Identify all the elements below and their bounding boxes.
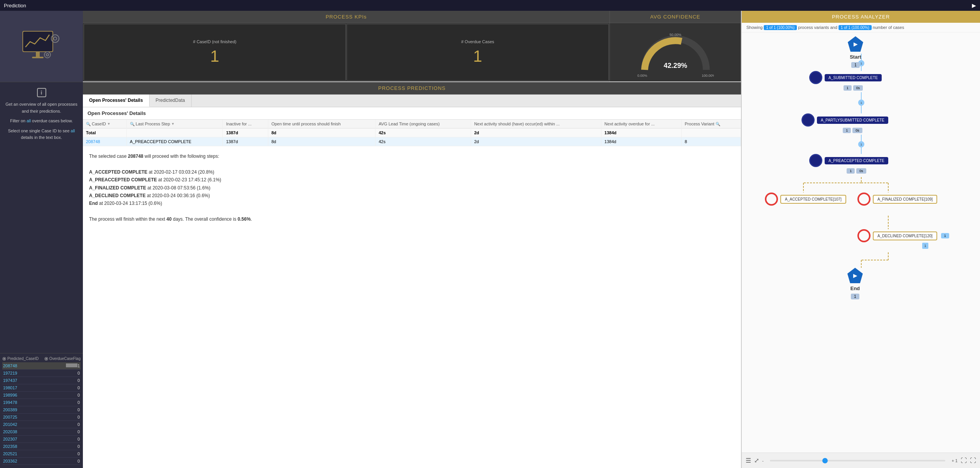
table-container[interactable]: 🔍 CaseID ▼ 🔍 Last Process Step bbox=[83, 120, 741, 146]
tab-predicted-data[interactable]: PredictedData bbox=[150, 95, 192, 107]
flag-value: 0 bbox=[57, 371, 80, 375]
svg-point-6 bbox=[44, 52, 51, 58]
sidebar-row[interactable]: 202038 0 bbox=[2, 428, 81, 436]
zoom-max-label: + 1 bbox=[951, 458, 958, 463]
preaccepted-count: 1 bbox=[847, 168, 855, 174]
case-id-label: 201042 bbox=[3, 422, 57, 427]
sidebar-row[interactable]: 197219 0 bbox=[2, 370, 81, 377]
th-caseid[interactable]: 🔍 CaseID ▼ bbox=[83, 120, 126, 128]
search-icon-variant[interactable]: 🔍 bbox=[716, 122, 720, 126]
sidebar-row[interactable]: 202307 0 bbox=[2, 436, 81, 443]
sidebar-row[interactable]: 200725 0 bbox=[2, 414, 81, 421]
search-icon-caseid[interactable]: 🔍 bbox=[86, 122, 91, 126]
table-row[interactable]: 208748 A_PREACCEPTED COMPLETE 1387d 8d 4… bbox=[83, 137, 741, 146]
preaccepted-box: A_PREACCEPTED COMPLETE bbox=[825, 157, 888, 164]
th-next-activity: Next activity should (have) occur(ed) wi… bbox=[471, 120, 601, 128]
kpi-card-1: # CaseID (not finished) 1 bbox=[84, 24, 346, 81]
case-id-label: 198996 bbox=[3, 393, 57, 397]
flag-value: 0 bbox=[57, 429, 80, 434]
start-pentagon: ▶ bbox=[848, 36, 863, 52]
flag-value: 0 bbox=[57, 451, 80, 456]
sidebar-logo bbox=[0, 11, 83, 82]
case-id-label: 208748 bbox=[3, 363, 57, 368]
svg-text:50.00%: 50.00% bbox=[669, 33, 681, 37]
th-last-step[interactable]: 🔍 Last Process Step ▼ bbox=[126, 120, 223, 128]
process-analyzer: PROCESS ANALYZER Showing 1 of 1 (100.00%… bbox=[741, 11, 980, 468]
end-label: End bbox=[850, 286, 860, 291]
kpi-label-2: # Overdue Cases bbox=[458, 39, 497, 44]
th-avg-lead: AVG Lead Time (ongoing cases) bbox=[375, 120, 471, 128]
svg-rect-3 bbox=[32, 57, 44, 58]
flag-value: 0 bbox=[57, 415, 80, 419]
flag-value: 0 bbox=[57, 378, 80, 383]
sort-icon-caseid[interactable]: ▼ bbox=[107, 122, 111, 126]
row-opentime: 8d bbox=[268, 137, 375, 146]
search-icon-step[interactable]: 🔍 bbox=[130, 122, 135, 126]
total-nextoverdue: 1384d bbox=[601, 128, 681, 137]
subtitle-end: number of cases bbox=[873, 25, 904, 30]
case-id-label: 203362 bbox=[3, 459, 57, 463]
row-avglead: 42s bbox=[375, 137, 471, 146]
info-icon-container: i bbox=[4, 88, 79, 97]
submitted-count: 1 bbox=[844, 85, 852, 91]
collapse-icon[interactable]: ▶ bbox=[972, 2, 976, 8]
case-id-label: 200725 bbox=[3, 415, 57, 419]
svg-text:1: 1 bbox=[860, 101, 862, 105]
subtitle-mid: process variants and bbox=[798, 25, 837, 30]
sidebar-row[interactable]: 197437 0 bbox=[2, 377, 81, 384]
sidebar-row[interactable]: 198017 0 bbox=[2, 384, 81, 392]
arrows-icon[interactable]: ⤢ bbox=[754, 457, 759, 464]
svg-rect-34 bbox=[922, 243, 928, 249]
confidence-gauge: 42.29% 0.00% 100.00% 50.00% bbox=[610, 23, 741, 81]
list-icon[interactable]: ☰ bbox=[746, 457, 751, 464]
sidebar-row[interactable]: 201042 0 bbox=[2, 421, 81, 428]
th-variant[interactable]: Process Variant 🔍 bbox=[682, 120, 741, 128]
accepted-node: A_ACCEPTED COMPLETE[107] bbox=[765, 193, 846, 206]
svg-text:1: 1 bbox=[924, 244, 926, 248]
predictions-tabs: Open Processes' Details PredictedData bbox=[83, 95, 741, 107]
table-total-row: Total 1387d 8d 42s 2d 1384d bbox=[83, 128, 741, 137]
tab-open-processes[interactable]: Open Processes' Details bbox=[83, 95, 150, 107]
flag-value: 0 bbox=[57, 400, 80, 405]
zoom-bar[interactable] bbox=[770, 460, 946, 461]
sidebar-row[interactable]: 202521 0 bbox=[2, 450, 81, 458]
total-step bbox=[126, 128, 223, 137]
sidebar-row[interactable]: 208748 1 bbox=[2, 362, 81, 370]
predictions-content: Open Processes' Details 🔍 CaseID ▼ bbox=[83, 107, 741, 468]
table-header-row: 🔍 CaseID ▼ 🔍 Last Process Step bbox=[83, 120, 741, 128]
zoom-handle[interactable] bbox=[822, 458, 828, 463]
row-step: A_PREACCEPTED COMPLETE bbox=[126, 137, 223, 146]
sidebar-row[interactable]: 199478 0 bbox=[2, 399, 81, 406]
open-processes-header: Open Processes' Details bbox=[83, 107, 741, 120]
th-inactive: Inactive for ... bbox=[223, 120, 268, 128]
badge-variants: 1 of 1 (100.00%) bbox=[764, 25, 797, 30]
analyzer-footer: ☰ ⤢ - + 1 ⛶ ⛶ bbox=[742, 453, 980, 468]
sort-icon-step[interactable]: ▼ bbox=[171, 122, 175, 126]
predictions-section: PROCESS PREDICTIONS Open Processes' Deta… bbox=[83, 82, 741, 468]
flag-value: 1 bbox=[57, 363, 80, 368]
prediction-step: A_FINALIZED COMPLETE at 2020-03-08 07:53… bbox=[89, 184, 735, 192]
info-icon: i bbox=[37, 88, 46, 97]
sidebar-row[interactable]: 200389 0 bbox=[2, 406, 81, 414]
submitted-box: A_SUBMITTED COMPLETE bbox=[825, 74, 882, 81]
partly-time: 0s bbox=[852, 128, 862, 133]
col-label-caseid: Predicted_CaseID bbox=[2, 356, 43, 361]
zoom-min-label: - bbox=[762, 458, 764, 463]
svg-point-11 bbox=[45, 358, 47, 360]
sidebar-row[interactable]: 202358 0 bbox=[2, 443, 81, 450]
prediction-step: A_ACCEPTED COMPLETE at 2020-02-17 03:03:… bbox=[89, 168, 735, 176]
kpi-section: PROCESS KPIs # CaseID (not finished) 1 #… bbox=[83, 11, 610, 81]
sidebar-row[interactable]: 198996 0 bbox=[2, 392, 81, 399]
end-pentagon: ▶ bbox=[847, 268, 863, 283]
svg-rect-2 bbox=[36, 52, 40, 57]
row-nextact: 2d bbox=[471, 137, 601, 146]
expand-icon[interactable]: ⛶ bbox=[961, 457, 967, 464]
start-label: Start bbox=[850, 54, 861, 60]
partly-circle bbox=[802, 113, 815, 127]
confidence-section: AVG CONFIDENCE 42.29% 0.00% 100.00% bbox=[610, 11, 741, 81]
start-count: 1 bbox=[851, 62, 860, 68]
fullscreen-icon[interactable]: ⛶ bbox=[970, 457, 976, 464]
flag-value: 0 bbox=[57, 422, 80, 427]
sidebar-row[interactable]: 203362 0 bbox=[2, 458, 81, 465]
prediction-step: A_PREACCEPTED COMPLETE at 2020-02-23 17:… bbox=[89, 176, 735, 184]
